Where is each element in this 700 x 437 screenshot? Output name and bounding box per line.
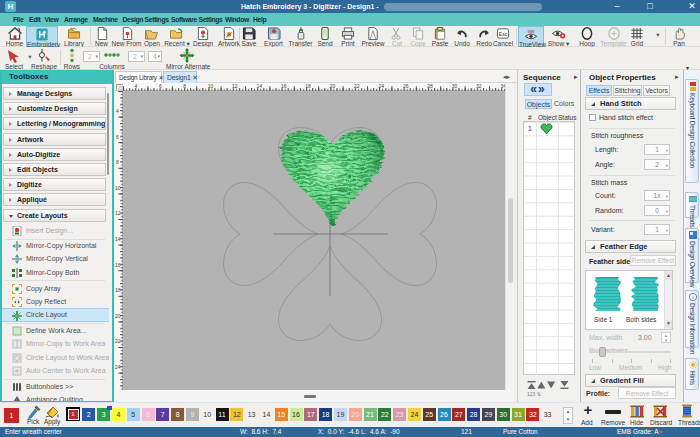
- svg-text:8: 8: [116, 159, 119, 165]
- svg-text:26: 26: [403, 83, 409, 89]
- svg-text:12: 12: [115, 210, 121, 216]
- svg-text:ww: ww: [528, 29, 535, 34]
- svg-text:14: 14: [115, 236, 121, 242]
- svg-text:10: 10: [208, 83, 214, 89]
- svg-text:24: 24: [379, 83, 385, 89]
- svg-text:28: 28: [427, 83, 433, 89]
- svg-text:16: 16: [281, 83, 287, 89]
- svg-text:32: 32: [476, 83, 482, 89]
- svg-text:22: 22: [354, 83, 360, 89]
- svg-text:Esc: Esc: [499, 31, 508, 37]
- svg-text:20: 20: [115, 313, 121, 319]
- svg-text:18: 18: [305, 83, 311, 89]
- svg-text:4: 4: [116, 108, 119, 114]
- svg-text:14: 14: [257, 83, 263, 89]
- svg-text:16: 16: [115, 262, 121, 268]
- svg-text:6: 6: [159, 83, 162, 89]
- svg-text:8: 8: [183, 83, 186, 89]
- svg-text:4: 4: [135, 83, 138, 89]
- svg-text:12: 12: [232, 83, 238, 89]
- svg-text:18: 18: [115, 287, 121, 293]
- svg-text:6: 6: [116, 134, 119, 140]
- svg-text:22: 22: [115, 338, 121, 344]
- svg-text:30: 30: [452, 83, 458, 89]
- svg-text:20: 20: [330, 83, 336, 89]
- svg-text:24: 24: [115, 364, 121, 370]
- svg-text:10: 10: [115, 185, 121, 191]
